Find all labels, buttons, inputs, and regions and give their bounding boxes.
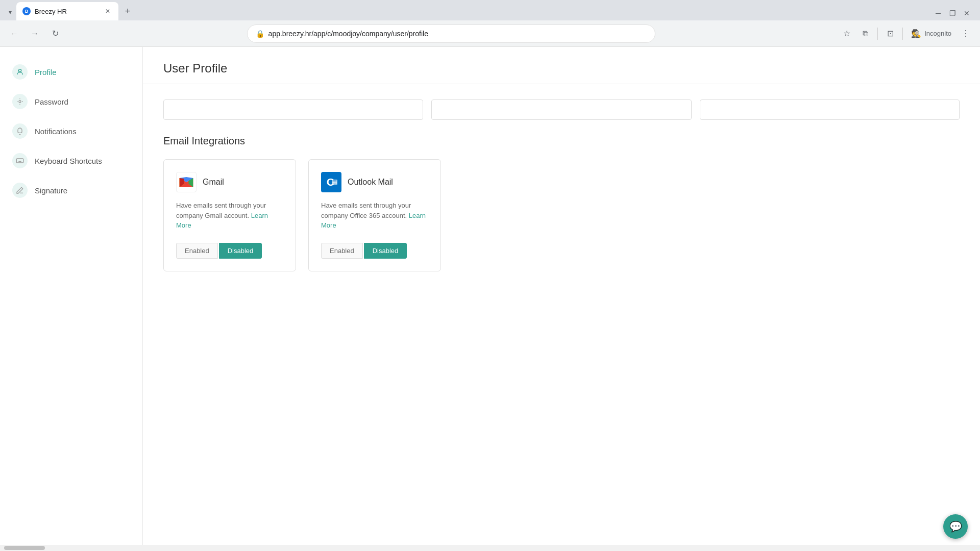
svg-rect-13 (332, 183, 336, 183)
scrollbar-thumb[interactable] (4, 546, 45, 550)
gmail-disabled-button[interactable]: Disabled (219, 243, 262, 259)
password-icon (12, 94, 28, 109)
tab-favicon: B (22, 7, 31, 15)
back-button[interactable]: ← (6, 26, 22, 42)
sidebar-item-notifications[interactable]: Notifications (0, 116, 142, 146)
sidebar-label-keyboard-shortcuts: Keyboard Shortcuts (35, 157, 102, 165)
horizontal-scrollbar[interactable] (0, 545, 980, 551)
incognito-icon: 🕵 (911, 29, 921, 38)
outlook-logo: O (321, 172, 341, 192)
notifications-icon (12, 123, 28, 139)
sidebar-button[interactable]: ⊡ (882, 26, 898, 42)
outlook-card: O Outlook Mail Have emails sent throug (308, 159, 441, 271)
forward-button[interactable]: → (27, 26, 43, 42)
tab-group-selector[interactable]: ▾ (4, 4, 16, 20)
sidebar-label-notifications: Notifications (35, 127, 77, 136)
page-title: User Profile (163, 61, 960, 76)
toolbar-actions: ☆ ⧉ ⊡ 🕵 Incognito ⋮ (839, 26, 974, 42)
svg-rect-11 (332, 181, 336, 181)
sidebar: Profile Password Notific (0, 47, 143, 545)
outlook-name: Outlook Mail (348, 178, 393, 187)
incognito-label: Incognito (924, 30, 951, 37)
extensions-button[interactable]: ⧉ (857, 26, 873, 42)
reload-button[interactable]: ↻ (47, 26, 63, 42)
integration-cards: Gmail Have emails sent through your comp… (163, 159, 960, 271)
address-text: app.breezy.hr/app/c/moodjoy/company/user… (268, 30, 647, 38)
sidebar-item-keyboard-shortcuts[interactable]: Keyboard Shortcuts (0, 146, 142, 176)
gmail-logo (176, 172, 197, 192)
main-content: User Profile Email Integrations (143, 47, 980, 545)
toolbar-divider (877, 28, 878, 40)
outlook-toggle-group: Enabled Disabled (321, 243, 428, 259)
bookmark-button[interactable]: ☆ (839, 26, 855, 42)
form-field-1[interactable] (163, 99, 423, 120)
form-row-fields (163, 99, 960, 120)
tab-title: Breezy HR (35, 8, 99, 15)
gmail-enabled-button[interactable]: Enabled (176, 243, 218, 259)
signature-icon (12, 183, 28, 198)
outlook-enabled-button[interactable]: Enabled (321, 243, 363, 259)
page-header: User Profile (143, 47, 980, 84)
gmail-description: Have emails sent through your company Gm… (176, 201, 283, 231)
active-tab[interactable]: B Breezy HR ✕ (16, 2, 118, 20)
sidebar-item-password[interactable]: Password (0, 87, 142, 116)
gmail-toggle-group: Enabled Disabled (176, 243, 283, 259)
minimize-button[interactable]: ─ (933, 8, 943, 18)
incognito-indicator: 🕵 Incognito (907, 27, 955, 40)
sidebar-label-profile: Profile (35, 68, 57, 77)
browser-window: ▾ B Breezy HR ✕ + ─ ❐ ✕ ← → ↻ 🔒 app.bree… (0, 0, 980, 551)
outlook-disabled-button[interactable]: Disabled (364, 243, 407, 259)
menu-button[interactable]: ⋮ (958, 26, 974, 42)
form-field-2[interactable] (431, 99, 691, 120)
chat-button[interactable]: 💬 (943, 514, 968, 539)
close-window-button[interactable]: ✕ (962, 8, 972, 18)
gmail-card-header: Gmail (176, 172, 283, 192)
window-controls: ─ ❐ ✕ (933, 8, 976, 20)
sidebar-item-signature[interactable]: Signature (0, 176, 142, 205)
sidebar-item-profile[interactable]: Profile (0, 57, 142, 87)
chat-icon: 💬 (949, 520, 962, 533)
gmail-name: Gmail (203, 178, 224, 187)
profile-icon (12, 64, 28, 80)
sidebar-label-signature: Signature (35, 186, 67, 195)
svg-point-1 (19, 101, 21, 103)
security-lock-icon: 🔒 (256, 30, 264, 38)
email-integrations-title: Email Integrations (163, 135, 960, 147)
gmail-card: Gmail Have emails sent through your comp… (163, 159, 296, 271)
svg-rect-2 (16, 159, 23, 163)
restore-button[interactable]: ❐ (947, 8, 958, 18)
content-area: Email Integrations (143, 84, 980, 287)
svg-rect-12 (332, 182, 336, 182)
sidebar-label-password: Password (35, 97, 68, 106)
form-field-3[interactable] (700, 99, 960, 120)
svg-point-0 (18, 69, 21, 72)
tab-bar: ▾ B Breezy HR ✕ + ─ ❐ ✕ (0, 0, 980, 20)
toolbar-divider2 (902, 28, 903, 40)
new-tab-button[interactable]: + (120, 4, 135, 18)
address-bar[interactable]: 🔒 app.breezy.hr/app/c/moodjoy/company/us… (247, 24, 655, 43)
outlook-description: Have emails sent through your company Of… (321, 201, 428, 231)
page-layout: Profile Password Notific (0, 47, 980, 545)
outlook-card-header: O Outlook Mail (321, 172, 428, 192)
tab-close-button[interactable]: ✕ (103, 7, 112, 16)
browser-toolbar: ← → ↻ 🔒 app.breezy.hr/app/c/moodjoy/comp… (0, 20, 980, 47)
keyboard-shortcuts-icon (12, 153, 28, 168)
